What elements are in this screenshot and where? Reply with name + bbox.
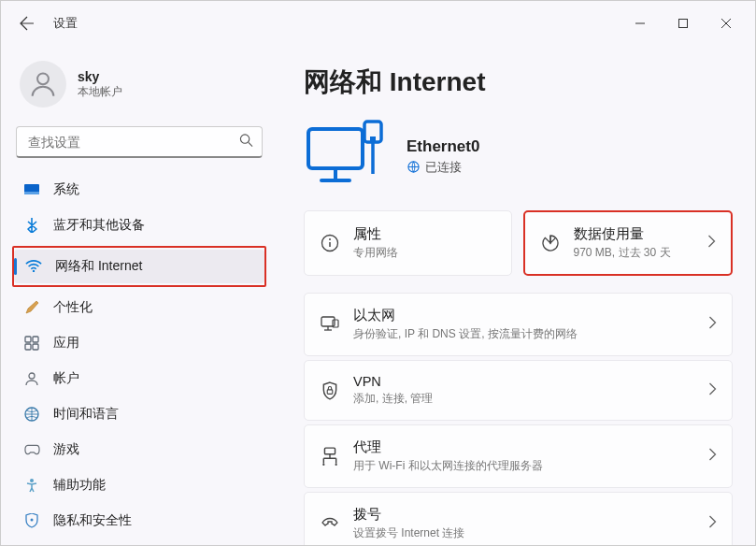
minimize-icon <box>635 19 645 28</box>
sidebar-item-accounts[interactable]: 帐户 <box>12 362 266 395</box>
info-icon <box>320 233 340 253</box>
bluetooth-icon <box>23 217 40 234</box>
svg-point-34 <box>335 464 337 466</box>
chevron-right-icon <box>708 515 717 532</box>
nav-label: 辅助功能 <box>53 477 106 494</box>
svg-point-7 <box>33 270 35 272</box>
sidebar-item-network[interactable]: 网络和 Internet <box>14 250 264 283</box>
connection-info: Ethernet0 已连接 <box>407 137 479 176</box>
search-input[interactable] <box>16 126 263 158</box>
item-sub: 用于 Wi-Fi 和以太网连接的代理服务器 <box>353 458 695 474</box>
ethernet-icon <box>320 314 340 335</box>
svg-rect-10 <box>25 344 31 350</box>
user-info: sky 本地帐户 <box>78 69 122 100</box>
svg-rect-16 <box>308 129 363 168</box>
nav-label: 系统 <box>53 181 79 198</box>
svg-point-3 <box>240 135 249 143</box>
properties-card[interactable]: 属性 专用网络 <box>304 210 512 276</box>
titlebar: 设置 <box>1 1 755 46</box>
svg-rect-8 <box>25 337 31 342</box>
svg-rect-31 <box>324 448 335 454</box>
minimize-button[interactable] <box>619 8 662 38</box>
item-title: 代理 <box>353 438 695 456</box>
monitor-ethernet-icon <box>304 119 388 194</box>
svg-rect-6 <box>24 192 39 194</box>
summary-cards: 属性 专用网络 数据使用量 970 MB, 过去 30 天 <box>304 210 733 276</box>
brush-icon <box>23 299 40 316</box>
card-sub: 专用网络 <box>353 245 496 261</box>
sidebar-item-apps[interactable]: 应用 <box>12 326 266 360</box>
item-title: VPN <box>353 374 695 389</box>
svg-rect-20 <box>370 136 376 142</box>
vpn-shield-icon <box>320 381 340 401</box>
search-box <box>16 126 263 158</box>
sidebar-item-personalization[interactable]: 个性化 <box>12 291 266 324</box>
list-item-ethernet[interactable]: 以太网 身份验证, IP 和 DNS 设置, 按流量计费的网络 <box>304 293 733 356</box>
account-type: 本地帐户 <box>78 84 122 100</box>
nav-label: 游戏 <box>53 441 79 458</box>
shield-icon <box>23 512 40 529</box>
nav-label: 蓝牙和其他设备 <box>53 217 145 234</box>
search-icon <box>239 134 253 151</box>
svg-line-4 <box>249 142 252 146</box>
gaming-icon <box>23 441 40 458</box>
username: sky <box>78 69 122 84</box>
maximize-icon <box>678 19 688 28</box>
list-item-dialup[interactable]: 拨号 设置拨号 Internet 连接 <box>304 492 733 545</box>
nav-label: 网络和 Internet <box>55 258 142 275</box>
dialup-phone-icon <box>320 513 340 534</box>
window-title: 设置 <box>53 15 78 32</box>
chevron-right-icon <box>708 448 717 465</box>
card-sub: 970 MB, 过去 30 天 <box>574 245 695 261</box>
globe-icon <box>407 161 420 174</box>
list-item-proxy[interactable]: 代理 用于 Wi-Fi 和以太网连接的代理服务器 <box>304 424 733 488</box>
svg-rect-11 <box>33 344 38 350</box>
avatar <box>20 61 66 108</box>
account-icon <box>23 370 40 387</box>
sidebar-item-time[interactable]: 时间和语言 <box>12 397 266 431</box>
window-controls <box>619 8 748 38</box>
chevron-right-icon <box>708 382 717 399</box>
svg-point-14 <box>30 479 34 482</box>
maximize-button[interactable] <box>662 8 705 38</box>
close-button[interactable] <box>705 8 748 38</box>
svg-point-33 <box>322 464 324 466</box>
user-account[interactable]: sky 本地帐户 <box>8 53 270 122</box>
svg-point-24 <box>329 238 331 240</box>
item-sub: 设置拨号 Internet 连接 <box>353 525 695 541</box>
highlighted-nav-item: 网络和 Internet <box>12 246 266 287</box>
settings-list: 以太网 身份验证, IP 和 DNS 设置, 按流量计费的网络 VPN 添加, … <box>304 293 733 545</box>
apps-icon <box>23 335 40 352</box>
nav-label: 应用 <box>53 335 79 352</box>
main-content: 网络和 Internet Ethernet0 <box>281 46 755 545</box>
item-sub: 身份验证, IP 和 DNS 设置, 按流量计费的网络 <box>353 326 695 342</box>
list-item-vpn[interactable]: VPN 添加, 连接, 管理 <box>304 360 733 421</box>
chevron-right-icon <box>708 316 717 333</box>
svg-rect-30 <box>327 389 333 393</box>
wifi-icon <box>25 258 42 275</box>
connection-hero: Ethernet0 已连接 <box>304 119 733 194</box>
back-button[interactable] <box>8 5 46 42</box>
item-title: 拨号 <box>353 506 695 524</box>
sidebar-item-gaming[interactable]: 游戏 <box>12 433 266 467</box>
nav: 系统 蓝牙和其他设备 网络和 Internet 个性化 应用 <box>8 173 270 538</box>
chevron-right-icon <box>707 235 716 251</box>
nav-label: 隐私和安全性 <box>53 512 132 529</box>
sidebar-item-system[interactable]: 系统 <box>12 173 266 207</box>
svg-rect-9 <box>33 337 38 342</box>
pie-chart-icon <box>540 233 561 253</box>
svg-point-12 <box>29 373 35 379</box>
page-title: 网络和 Internet <box>304 65 733 100</box>
connection-name: Ethernet0 <box>407 137 479 156</box>
sidebar-item-bluetooth[interactable]: 蓝牙和其他设备 <box>12 208 266 242</box>
sidebar-item-privacy[interactable]: 隐私和安全性 <box>12 504 266 538</box>
data-usage-card[interactable]: 数据使用量 970 MB, 过去 30 天 <box>523 210 734 276</box>
clock-globe-icon <box>23 406 40 423</box>
svg-point-15 <box>31 519 34 522</box>
svg-rect-1 <box>679 20 688 28</box>
arrow-left-icon <box>20 16 35 31</box>
sidebar-item-accessibility[interactable]: 辅助功能 <box>12 468 266 502</box>
connection-status: 已连接 <box>407 159 479 176</box>
card-title: 数据使用量 <box>574 225 695 243</box>
nav-label: 帐户 <box>53 370 79 387</box>
